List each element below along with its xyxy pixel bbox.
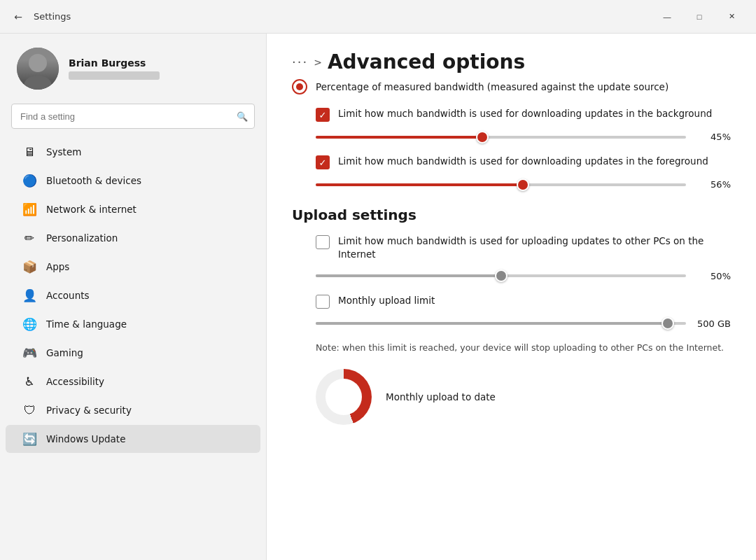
user-section: Brian Burgess: [0, 34, 266, 101]
sidebar-item-accounts[interactable]: 👤 Accounts: [6, 281, 260, 309]
monthly-limit-checkbox-label: Monthly upload limit: [338, 294, 435, 307]
sidebar-item-accessibility-label: Accessibility: [46, 376, 104, 387]
sidebar-item-accessibility[interactable]: ♿ Accessibility: [6, 368, 260, 396]
upload-internet-slider-track[interactable]: [316, 274, 686, 277]
sidebar-item-gaming[interactable]: 🎮 Gaming: [6, 339, 260, 367]
check-icon-2: ✓: [319, 158, 327, 168]
search-icon: 🔍: [237, 111, 248, 122]
sidebar-item-time[interactable]: 🌐 Time & language: [6, 310, 260, 338]
apps-icon: 📦: [22, 260, 36, 274]
minimize-button[interactable]: —: [651, 6, 683, 28]
monthly-limit-slider-track[interactable]: [316, 322, 686, 325]
sidebar-item-gaming-label: Gaming: [46, 347, 83, 358]
bluetooth-icon: 🔵: [22, 174, 36, 188]
radio-percentage-label: Percentage of measured bandwidth (measur…: [316, 81, 668, 92]
breadcrumb: ··· > Advanced options: [292, 50, 731, 74]
sidebar: Brian Burgess 🔍 🖥 System 🔵 Bluetooth & d…: [0, 34, 266, 560]
foreground-slider-track[interactable]: [316, 183, 686, 186]
search-box: 🔍: [11, 104, 255, 129]
window-controls: — □ ✕: [651, 6, 748, 28]
sidebar-item-windows-update[interactable]: 🔄 Windows Update: [6, 425, 260, 453]
sidebar-item-personalization-label: Personalization: [46, 232, 118, 244]
close-button[interactable]: ✕: [715, 6, 748, 28]
upload-note: Note: when this limit is reached, your d…: [316, 342, 731, 355]
page-title: Advanced options: [328, 50, 525, 74]
sidebar-nav: 🖥 System 🔵 Bluetooth & devices 📶 Network…: [0, 137, 266, 454]
sidebar-item-time-label: Time & language: [46, 318, 127, 330]
sidebar-item-system-label: System: [46, 146, 81, 158]
monthly-upload-chart-inner: [326, 379, 362, 415]
monthly-upload-chart: [316, 369, 372, 425]
sidebar-item-network[interactable]: 📶 Network & internet: [6, 195, 260, 223]
sidebar-item-privacy-label: Privacy & security: [46, 405, 132, 416]
monthly-limit-checkbox-row: Monthly upload limit: [316, 294, 731, 309]
monthly-upload-label: Monthly upload to date: [386, 391, 496, 402]
breadcrumb-separator: >: [314, 57, 322, 68]
personalization-icon: ✏️: [22, 231, 36, 245]
sidebar-item-apps[interactable]: 📦 Apps: [6, 253, 260, 281]
sidebar-item-accounts-label: Accounts: [46, 290, 90, 301]
upload-settings-heading: Upload settings: [292, 206, 731, 223]
background-checkbox[interactable]: ✓: [316, 108, 330, 122]
user-info: Brian Burgess: [69, 57, 160, 80]
sidebar-item-bluetooth[interactable]: 🔵 Bluetooth & devices: [6, 167, 260, 195]
sidebar-item-bluetooth-label: Bluetooth & devices: [46, 175, 141, 186]
upload-internet-checkbox-label: Limit how much bandwidth is used for upl…: [338, 234, 731, 261]
background-checkbox-label: Limit how much bandwidth is used for dow…: [338, 107, 712, 120]
search-input[interactable]: [11, 104, 255, 129]
svg-point-1: [24, 76, 52, 90]
background-slider-fill: [316, 136, 482, 139]
foreground-slider-thumb[interactable]: [517, 178, 529, 191]
svg-point-0: [29, 54, 47, 72]
sidebar-item-windows-update-label: Windows Update: [46, 433, 125, 444]
time-icon: 🌐: [22, 317, 36, 331]
windows-update-icon: 🔄: [22, 432, 36, 446]
monthly-limit-slider-fill: [316, 322, 668, 325]
title-bar-title: Settings: [34, 11, 71, 22]
radio-percentage[interactable]: [292, 79, 307, 94]
upload-internet-checkbox-row: Limit how much bandwidth is used for upl…: [316, 234, 731, 261]
background-slider-thumb[interactable]: [476, 131, 489, 144]
foreground-checkbox[interactable]: ✓: [316, 155, 330, 169]
main-layout: Brian Burgess 🔍 🖥 System 🔵 Bluetooth & d…: [0, 34, 756, 560]
monthly-limit-slider-row: 500 GB: [316, 318, 731, 329]
foreground-slider-fill: [316, 183, 523, 186]
sidebar-item-privacy[interactable]: 🛡 Privacy & security: [6, 396, 260, 424]
monthly-limit-slider-thumb[interactable]: [662, 317, 674, 330]
upload-internet-slider-value: 50%: [697, 271, 731, 281]
radio-percentage-fill: [296, 83, 303, 90]
monthly-upload-label-section: Monthly upload to date: [386, 391, 496, 402]
background-slider-row: 45%: [316, 132, 731, 142]
foreground-checkbox-row: ✓ Limit how much bandwidth is used for d…: [316, 155, 731, 169]
upload-internet-slider-fill: [316, 274, 501, 277]
check-icon: ✓: [319, 110, 327, 120]
background-slider-value: 45%: [697, 132, 731, 142]
monthly-limit-checkbox[interactable]: [316, 295, 330, 309]
background-slider-track[interactable]: [316, 136, 686, 139]
back-button[interactable]: ←: [8, 7, 28, 27]
foreground-checkbox-label: Limit how much bandwidth is used for dow…: [338, 155, 708, 168]
title-bar: ← Settings — □ ✕: [0, 0, 756, 34]
user-email-bar: [69, 71, 160, 80]
monthly-limit-slider-value: 500 GB: [697, 318, 731, 329]
sidebar-item-system[interactable]: 🖥 System: [6, 138, 260, 166]
network-icon: 📶: [22, 202, 36, 216]
foreground-slider-value: 56%: [697, 179, 731, 190]
maximize-button[interactable]: □: [683, 6, 715, 28]
background-checkbox-row: ✓ Limit how much bandwidth is used for d…: [316, 107, 731, 122]
radio-percentage-row[interactable]: Percentage of measured bandwidth (measur…: [292, 79, 731, 94]
upload-internet-slider-thumb[interactable]: [495, 270, 507, 282]
avatar-image: [17, 48, 59, 90]
privacy-icon: 🛡: [22, 403, 36, 417]
avatar: [17, 48, 59, 90]
sidebar-item-personalization[interactable]: ✏️ Personalization: [6, 224, 260, 252]
accounts-icon: 👤: [22, 288, 36, 302]
upload-internet-slider-row: 50%: [316, 271, 731, 281]
sidebar-item-apps-label: Apps: [46, 261, 69, 272]
monthly-upload-section: Monthly upload to date: [316, 369, 731, 425]
user-name: Brian Burgess: [69, 57, 160, 69]
breadcrumb-dots: ···: [292, 55, 308, 69]
foreground-slider-row: 56%: [316, 179, 731, 190]
gaming-icon: 🎮: [22, 346, 36, 360]
upload-internet-checkbox[interactable]: [316, 235, 330, 249]
